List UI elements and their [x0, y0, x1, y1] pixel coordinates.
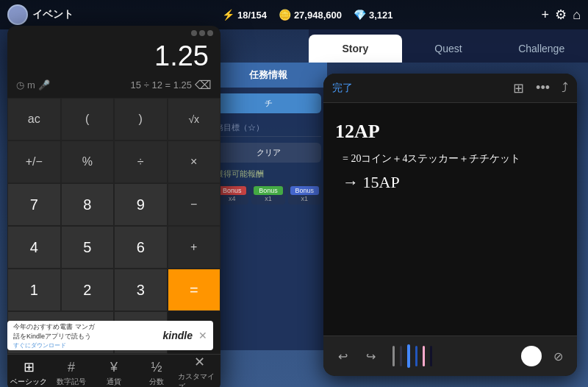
mission-title: 任務情報: [209, 63, 327, 88]
top-bar: イベント ⚡ 18/154 🪙 27,948,600 💎 3,121 + ⚙ ⌂: [0, 0, 588, 29]
ad-banner: 今年のおすすめ電書 マンガ話をKindleアプリで読もう すぐにダウンロード k…: [7, 321, 213, 350]
tab-story[interactable]: Story: [309, 35, 402, 63]
home-button[interactable]: ⌂: [573, 7, 581, 23]
note-grid-icon[interactable]: ⊞: [513, 80, 524, 96]
note-more-icon[interactable]: •••: [536, 80, 550, 96]
mission-reward-label: 獲得可能報酬: [215, 168, 321, 180]
game-tabs: Story Quest Challenge: [309, 29, 588, 63]
pen-dark-blue[interactable]: [400, 346, 402, 366]
tab-challenge[interactable]: Challenge: [495, 35, 588, 63]
ad-close-button[interactable]: ✕: [198, 330, 207, 341]
bonus-tag-2: Bonus: [290, 186, 319, 195]
add-button[interactable]: +: [542, 7, 550, 23]
basic-label: ベーシック: [10, 377, 47, 387]
gem-value: 3,121: [369, 10, 393, 21]
calc-ac[interactable]: ac: [7, 98, 61, 141]
calc-divide[interactable]: ÷: [114, 141, 168, 183]
tab-quest[interactable]: Quest: [402, 35, 495, 63]
pen-tools: [391, 344, 434, 368]
calc-percent[interactable]: %: [61, 141, 115, 183]
bonus-item-1: Bonus x1: [251, 184, 284, 205]
lightning-icon: ⚡: [222, 9, 234, 21]
calc-open-paren[interactable]: (: [61, 98, 115, 141]
stats-area: ⚡ 18/154 🪙 27,948,600 💎 3,121: [81, 9, 534, 21]
currency-label: 通貨: [107, 377, 121, 387]
pen-blue[interactable]: [407, 344, 410, 368]
calc-buttons: ac ( ) √x +/− % ÷ × 7 8 9 − 4 5 6 + 1 2 …: [7, 98, 220, 354]
calc-7[interactable]: 7: [7, 183, 61, 226]
event-title: イベント: [32, 8, 74, 21]
calc-4[interactable]: 4: [7, 226, 61, 269]
note-line2: = 20コイン＋4ステッカー＋チチケット: [343, 152, 565, 166]
calc-9[interactable]: 9: [114, 183, 168, 226]
calc-6[interactable]: 6: [114, 226, 168, 269]
stat-gem: 💎 3,121: [354, 9, 393, 21]
pen-pink[interactable]: [423, 346, 425, 366]
calc-equals[interactable]: =: [168, 269, 221, 311]
bonus-count-1: x1: [254, 195, 282, 202]
calc-backspace-button[interactable]: ⌫: [195, 78, 212, 92]
calc-3[interactable]: 3: [114, 269, 168, 311]
basic-icon: ⊞: [24, 359, 35, 375]
calc-tab-customize[interactable]: ✕ カスタマイズ: [178, 355, 220, 387]
note-share-icon[interactable]: ⤴: [562, 80, 568, 96]
coin-value: 27,948,600: [294, 10, 342, 21]
note-header: 完了 ⊞ ••• ⤴: [323, 74, 577, 103]
mission-panel: 任務情報 チ 務目標（☆） クリア 獲得可能報酬 Bonus x4 Bonus …: [209, 63, 327, 350]
pen-gray[interactable]: [392, 346, 395, 366]
player-info: イベント: [7, 4, 74, 25]
fraction-icon: ½: [151, 360, 162, 375]
ad-download-btn[interactable]: すぐにダウンロード: [13, 341, 157, 349]
note-lasso-button[interactable]: ⊘: [546, 344, 570, 368]
calc-result: 1.25: [7, 40, 220, 75]
calc-1[interactable]: 1: [7, 269, 61, 311]
calc-expression-row: ◷ m 🎤 15 ÷ 12 = 1.25 ⌫: [7, 75, 220, 98]
top-bar-actions: + ⚙ ⌂: [542, 7, 581, 23]
currency-icon: ¥: [110, 360, 118, 375]
settings-button[interactable]: ⚙: [555, 7, 567, 23]
note-line3: → 15AP: [343, 173, 565, 192]
pen-mid-blue[interactable]: [415, 346, 417, 366]
calc-tab-numeric[interactable]: # 数字記号: [50, 355, 93, 387]
note-line1: 12AP: [335, 115, 565, 149]
note-toolbar: ↩ ↪ ⊘: [323, 335, 577, 376]
calc-tab-basic[interactable]: ⊞ ベーシック: [7, 355, 50, 387]
note-color-picker[interactable]: [521, 346, 542, 366]
pen-dark2[interactable]: [430, 346, 432, 366]
gem-icon: 💎: [354, 9, 366, 21]
calc-plus[interactable]: +: [168, 226, 221, 269]
calc-tab-currency[interactable]: ¥ 通貨: [93, 355, 135, 387]
note-undo-button[interactable]: ↩: [331, 344, 354, 368]
bonus-tag-1: Bonus: [254, 186, 282, 195]
calc-dot-3: [207, 30, 213, 36]
calc-sqrt[interactable]: √x: [168, 98, 221, 141]
bonus-count-2: x1: [290, 195, 319, 202]
calc-8[interactable]: 8: [61, 183, 115, 226]
note-redo-button[interactable]: ↪: [359, 344, 382, 368]
mission-clear-btn[interactable]: クリア: [215, 143, 321, 163]
stat-coin: 🪙 27,948,600: [279, 9, 342, 21]
calc-mic-icon: 🎤: [38, 79, 50, 90]
ad-text: 今年のおすすめ電書 マンガ話をKindleアプリで読もう: [13, 322, 157, 341]
calc-title-bar: [7, 26, 220, 40]
calc-tab-fraction[interactable]: ½ 分数: [135, 355, 178, 387]
calc-clock-icon: ◷: [16, 79, 24, 90]
note-done-button[interactable]: 完了: [332, 82, 353, 95]
calc-2[interactable]: 2: [61, 269, 115, 311]
bonus-item-2: Bonus x1: [288, 184, 321, 205]
calc-plus-minus[interactable]: +/−: [7, 141, 61, 183]
customize-icon: ✕: [194, 354, 205, 370]
calc-minus[interactable]: −: [168, 183, 221, 226]
calc-5[interactable]: 5: [61, 226, 115, 269]
kindle-logo: kindle: [163, 330, 193, 341]
note-header-icons: ⊞ ••• ⤴: [513, 80, 568, 96]
calc-m-label: m: [27, 79, 35, 90]
mission-btn[interactable]: チ: [215, 93, 321, 113]
avatar: [7, 4, 28, 25]
calc-dot-1: [191, 30, 197, 36]
numeric-icon: #: [68, 360, 75, 375]
mission-objective-label: 務目標（☆）: [215, 119, 321, 137]
stat-lightning: ⚡ 18/154: [222, 9, 267, 21]
calc-multiply[interactable]: ×: [168, 141, 221, 183]
calc-close-paren[interactable]: ): [114, 98, 168, 141]
